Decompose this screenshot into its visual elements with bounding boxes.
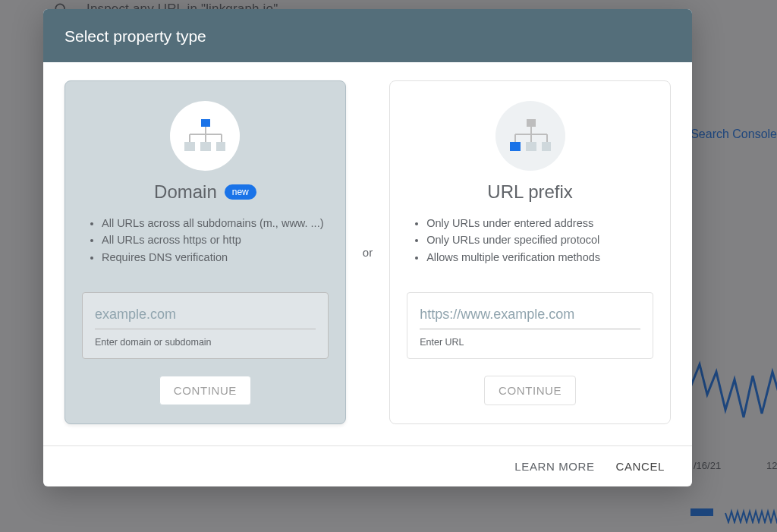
svg-rect-20 (542, 142, 551, 151)
sitemap-icon (184, 119, 225, 153)
list-item: All URLs across https or http (102, 231, 329, 248)
domain-card-title: Domain (154, 181, 217, 203)
domain-card-bullets: All URLs across all subdomains (m., www.… (82, 215, 329, 275)
list-item: Requires DNS verification (102, 249, 329, 266)
url-input-helper: Enter URL (420, 337, 640, 348)
svg-rect-18 (510, 142, 521, 151)
domain-continue-button[interactable]: CONTINUE (159, 376, 251, 405)
url-card-bullets: Only URLs under entered address Only URL… (407, 215, 653, 275)
url-input[interactable] (420, 302, 640, 329)
domain-input-helper: Enter domain or subdomain (95, 337, 316, 348)
list-item: Only URLs under entered address (426, 215, 653, 231)
url-prefix-property-card[interactable]: URL prefix Only URLs under entered addre… (389, 80, 671, 424)
domain-input-box: Enter domain or subdomain (82, 292, 329, 359)
or-separator: or (363, 246, 373, 259)
sitemap-icon (510, 119, 551, 153)
svg-rect-11 (216, 142, 225, 151)
url-continue-button[interactable]: CONTINUE (484, 376, 576, 405)
modal-title: Select property type (43, 9, 692, 62)
domain-input[interactable] (95, 302, 316, 329)
modal-footer: LEARN MORE CANCEL (43, 445, 692, 486)
url-input-box: Enter URL (407, 292, 653, 359)
svg-rect-3 (201, 119, 210, 127)
svg-rect-19 (526, 142, 536, 151)
svg-rect-10 (200, 142, 211, 151)
url-card-title-row: URL prefix (487, 181, 572, 203)
list-item: Allows multiple verification methods (426, 249, 653, 266)
list-item: Only URLs under specified protocol (426, 231, 653, 248)
modal-body: Domain new All URLs across all subdomain… (43, 62, 692, 445)
new-badge: new (225, 184, 256, 200)
domain-card-title-row: Domain new (154, 181, 256, 203)
url-card-title: URL prefix (487, 181, 572, 203)
list-item: All URLs across all subdomains (m., www.… (102, 215, 329, 231)
url-icon-circle (495, 101, 565, 171)
select-property-type-modal: Select property type Domain new (43, 9, 692, 486)
domain-icon-circle (170, 101, 240, 171)
learn-more-button[interactable]: LEARN MORE (514, 460, 594, 473)
domain-property-card[interactable]: Domain new All URLs across all subdomain… (64, 80, 346, 424)
svg-rect-12 (527, 119, 536, 127)
svg-rect-9 (184, 142, 195, 151)
cancel-button[interactable]: CANCEL (616, 460, 665, 473)
